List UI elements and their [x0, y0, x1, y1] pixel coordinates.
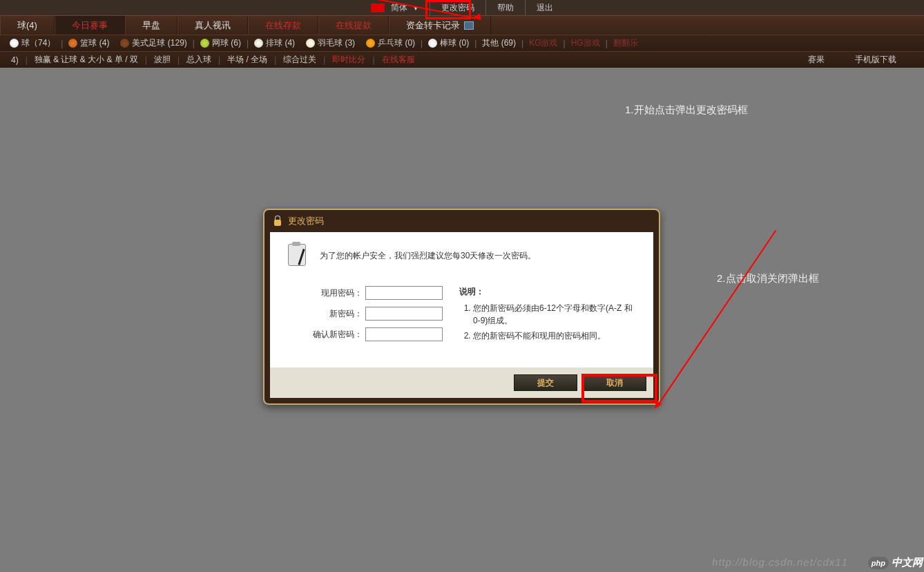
bet-type-bar: 4) | 独赢 & 让球 & 大小 & 单 / 双 | 波胆 | 总入球 | 半…	[0, 51, 924, 68]
sport-label: 排球 (4)	[266, 37, 295, 49]
bet-item-mobile[interactable]: 手机版下载	[848, 54, 903, 66]
desc-item-2: 您的新密码不能和现用的密码相同。	[473, 330, 639, 342]
bet-right-group: 赛果 手机版下载	[801, 54, 920, 66]
bet-item-main[interactable]: 独赢 & 让球 & 大小 & 单 / 双	[28, 54, 145, 66]
annotation-text-1: 1.开始点击弹出更改密码框	[625, 104, 748, 117]
bet-item-score[interactable]: 波胆	[147, 54, 177, 66]
sport-item-hg[interactable]: HG游戏	[566, 37, 606, 49]
tip-row: 为了您的帐户安全，我们强烈建议您每30天修改一次密码。	[284, 242, 639, 269]
change-password-dialog: 更改密码 为了您的帐户安全，我们强烈建议您每30天修改一次密码。 现用密码： 新…	[263, 209, 660, 405]
badminton-icon	[306, 39, 315, 48]
baseball-icon	[428, 39, 437, 48]
label-new-password: 新密码：	[329, 308, 363, 320]
form-description: 说明： 您的新密码必须由6-12个字母和数字(A-Z 和 0-9)组成。 您的新…	[459, 286, 639, 348]
sport-item-other[interactable]: 其他 (69)	[477, 37, 521, 49]
volleyball-icon	[254, 39, 263, 48]
nav-tab-live[interactable]: 真人视讯	[177, 16, 248, 35]
nav-tab-ball[interactable]: 球(4)	[0, 16, 55, 35]
form-left: 现用密码： 新密码： 确认新密码：	[284, 286, 443, 348]
desc-list: 您的新密码必须由6-12个字母和数字(A-Z 和 0-9)组成。 您的新密码不能…	[459, 302, 639, 342]
sport-item-kg[interactable]: KG游戏	[523, 37, 563, 49]
cancel-button[interactable]: 取消	[583, 374, 646, 391]
form-area: 现用密码： 新密码： 确认新密码： 说明： 您的新密码必须由6	[284, 286, 639, 348]
flag-icon	[371, 3, 385, 12]
footer-logo: php 中文网	[868, 556, 923, 569]
lock-icon	[273, 216, 282, 227]
bet-item-total[interactable]: 总入球	[180, 54, 218, 66]
sport-label: 球（74）	[21, 37, 55, 49]
basketball-icon	[68, 39, 77, 48]
clipboard-icon	[284, 242, 311, 269]
football-icon	[120, 39, 129, 48]
bet-item-mix[interactable]: 综合过关	[276, 54, 323, 66]
bet-item-result[interactable]: 赛果	[801, 54, 831, 66]
window-icon	[464, 21, 474, 30]
sport-label: 美式足球 (129)	[132, 37, 186, 49]
sport-label: 网球 (6)	[212, 37, 241, 49]
arrow-head-1	[472, 13, 481, 21]
nav-tab-transfer-label: 资金转卡记录	[406, 19, 460, 32]
nav-tab-today[interactable]: 今日赛事	[55, 16, 125, 35]
sport-label: 棒球 (0)	[440, 37, 469, 49]
label-current-password: 现用密码：	[321, 287, 363, 299]
form-row-current: 现用密码：	[284, 286, 443, 300]
soccer-icon	[10, 39, 19, 48]
sport-label: 篮球 (4)	[80, 37, 109, 49]
bet-item-half[interactable]: 半场 / 全场	[220, 54, 274, 66]
current-password-input[interactable]	[365, 286, 443, 300]
sport-item-baseball[interactable]: 棒球 (0)	[423, 37, 474, 49]
top-bar: 简体 ▼ 更改密码 帮助 退出	[0, 0, 924, 15]
main-area: 1.开始点击弹出更改密码框 2.点击取消关闭弹出框 更改密码 为了您的帐户安全，…	[0, 68, 924, 572]
footer-url: http://blog.csdn.net/cdx11	[712, 556, 848, 568]
sport-item-tennis[interactable]: 网球 (6)	[195, 37, 247, 49]
sport-item-basketball[interactable]: 篮球 (4)	[63, 37, 115, 49]
nav-bar: 球(4) 今日赛事 早盘 真人视讯 在线存款 在线提款 资金转卡记录	[0, 15, 924, 35]
sport-item-flip[interactable]: 翻翻乐	[608, 37, 644, 49]
sport-item-football[interactable]: 美式足球 (129)	[115, 37, 192, 49]
tennis-icon	[200, 39, 209, 48]
help-link[interactable]: 帮助	[486, 0, 526, 16]
bet-item-live[interactable]: 即时比分	[325, 54, 372, 66]
bet-item-first[interactable]: 4)	[4, 55, 26, 65]
pingpong-icon	[366, 39, 375, 48]
dialog-body: 为了您的帐户安全，我们强烈建议您每30天修改一次密码。 现用密码： 新密码： 确…	[270, 232, 653, 368]
desc-item-1: 您的新密码必须由6-12个字母和数字(A-Z 和 0-9)组成。	[473, 302, 639, 327]
tip-text: 为了您的帐户安全，我们强烈建议您每30天修改一次密码。	[320, 250, 536, 262]
sport-item-pingpong[interactable]: 乒乓球 (0)	[360, 37, 421, 49]
annotation-text-2: 2.点击取消关闭弹出框	[717, 272, 819, 285]
logo-cn-text: 中文网	[892, 556, 923, 569]
submit-button[interactable]: 提交	[514, 374, 577, 391]
arrow-line-2	[656, 230, 776, 407]
sport-item-ball[interactable]: 球（74）	[4, 37, 61, 49]
dialog-title-bar: 更改密码	[264, 210, 659, 232]
nav-tab-deposit[interactable]: 在线存款	[248, 16, 318, 35]
dialog-title-text: 更改密码	[288, 215, 324, 227]
logout-link[interactable]: 退出	[526, 0, 564, 16]
sport-bar: 球（74） | 篮球 (4) 美式足球 (129) | 网球 (6) | 排球 …	[0, 35, 924, 51]
nav-tab-withdraw[interactable]: 在线提款	[318, 16, 389, 35]
bet-item-service[interactable]: 在线客服	[375, 54, 422, 66]
sport-label: 乒乓球 (0)	[378, 37, 415, 49]
sport-item-badminton[interactable]: 羽毛球 (3)	[300, 37, 360, 49]
confirm-password-input[interactable]	[365, 327, 443, 341]
logo-php-badge: php	[868, 557, 889, 569]
dialog-footer: 提交 取消	[270, 368, 653, 398]
label-confirm-password: 确认新密码：	[313, 329, 363, 341]
form-row-confirm: 确认新密码：	[284, 327, 443, 341]
form-row-new: 新密码：	[284, 307, 443, 321]
desc-title: 说明：	[459, 286, 639, 298]
sport-label: 羽毛球 (3)	[318, 37, 355, 49]
new-password-input[interactable]	[365, 307, 443, 321]
sport-item-volleyball[interactable]: 排球 (4)	[249, 37, 300, 49]
nav-tab-early[interactable]: 早盘	[125, 16, 177, 35]
